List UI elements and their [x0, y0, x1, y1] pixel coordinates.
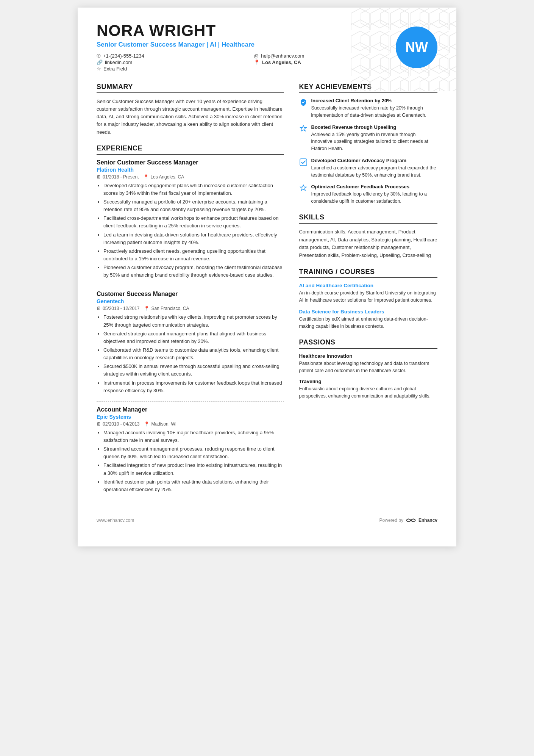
- skills-section: SKILLS Communication skills, Account man…: [299, 213, 438, 260]
- job-divider-2: [97, 401, 284, 402]
- check-icon: [299, 158, 308, 166]
- experience-title: EXPERIENCE: [97, 144, 284, 155]
- job-1-bullets: Developed strategic engagement plans whi…: [97, 182, 284, 279]
- achievements-title: KEY ACHIEVEMENTS: [299, 83, 438, 93]
- list-item: Led a team in devising data-driven solut…: [103, 231, 284, 246]
- list-item: Streamlined account management processes…: [103, 445, 284, 460]
- contact-phone: ✆ +1-(234)-555-1234: [97, 53, 239, 59]
- achievement-1-text: Successfully increased retention rate by…: [311, 105, 438, 119]
- training-title: TRAINING / COURSES: [299, 268, 438, 278]
- candidate-name: NORA WRIGHT: [97, 23, 396, 39]
- footer-logo: Powered by Enhancv: [379, 517, 437, 524]
- star-icon: ☆: [97, 66, 101, 72]
- job-2-title: Customer Success Manager: [97, 291, 284, 297]
- header: NORA WRIGHT Senior Customer Success Mana…: [97, 23, 437, 72]
- skills-text: Communication skills, Account management…: [299, 228, 438, 260]
- right-column: KEY ACHIEVEMENTS Increased Client Retent…: [299, 83, 438, 502]
- course-2-text: Certification by edX aimed at enhancing …: [299, 316, 438, 330]
- passions-title: PASSIONS: [299, 338, 438, 349]
- left-column: SUMMARY Senior Customer Success Manager …: [97, 83, 284, 502]
- passions-section: PASSIONS Healthcare Innovation Passionat…: [299, 338, 438, 400]
- footer-website: www.enhancv.com: [97, 518, 134, 523]
- achievement-2-content: Boosted Revenue through Upselling Achiev…: [311, 124, 438, 152]
- achievement-1: Increased Client Retention by 20% Succes…: [299, 98, 438, 119]
- achievement-1-content: Increased Client Retention by 20% Succes…: [311, 98, 438, 119]
- job-2-dates: 🗓 05/2013 - 12/2017: [97, 306, 139, 311]
- job-3-meta: 🗓 02/2010 - 04/2013 📍 Madison, WI: [97, 421, 284, 427]
- svg-rect-4: [300, 159, 307, 166]
- summary-section: SUMMARY Senior Customer Success Manager …: [97, 83, 284, 136]
- achievement-3-text: Launched a customer advocacy program tha…: [311, 164, 438, 179]
- header-left: NORA WRIGHT Senior Customer Success Mana…: [97, 23, 396, 72]
- job-2-meta: 🗓 05/2013 - 12/2017 📍 San Francisco, CA: [97, 306, 284, 311]
- passion-2-text: Enthusiastic about exploring diverse cul…: [299, 385, 438, 400]
- achievement-4-title: Optimized Customer Feedback Processes: [311, 184, 438, 189]
- list-item: Pioneered a customer advocacy program, b…: [103, 264, 284, 279]
- achievement-1-title: Increased Client Retention by 20%: [311, 98, 438, 103]
- phone-icon: ✆: [97, 53, 101, 59]
- footer: www.enhancv.com Powered by Enhancv: [97, 513, 437, 524]
- achievement-2-title: Boosted Revenue through Upselling: [311, 124, 438, 130]
- contact-email: @ help@enhancv.com: [254, 53, 396, 59]
- job-3-location: 📍 Madison, WI: [144, 421, 176, 427]
- passion-1-title: Healthcare Innovation: [299, 353, 438, 359]
- list-item: Identified customer pain points with rea…: [103, 478, 284, 493]
- location-icon-2: 📍: [144, 306, 150, 311]
- achievement-3-title: Developed Customer Advocacy Program: [311, 158, 438, 163]
- achievement-2-text: Achieved a 15% yearly growth in revenue …: [311, 131, 438, 152]
- job-1-meta: 🗓 01/2018 - Present 📍 Los Angeles, CA: [97, 174, 284, 180]
- location-icon-1: 📍: [143, 174, 149, 180]
- list-item: Proactively addressed client needs, gene…: [103, 247, 284, 263]
- job-3: Account Manager Epic Systems 🗓 02/2010 -…: [97, 406, 284, 493]
- job-1-dates: 🗓 01/2018 - Present: [97, 174, 139, 180]
- contact-extra: ☆ Extra Field: [97, 66, 239, 72]
- list-item: Instrumental in process improvements for…: [103, 379, 284, 394]
- job-2: Customer Success Manager Genentech 🗓 05/…: [97, 291, 284, 394]
- summary-text: Senior Customer Success Manager with ove…: [97, 98, 284, 136]
- course-1: AI and Healthcare Certification An in-de…: [299, 283, 438, 304]
- achievement-2: Boosted Revenue through Upselling Achiev…: [299, 124, 438, 152]
- list-item: Generated strategic account management p…: [103, 330, 284, 345]
- job-2-company: Genentech: [97, 298, 284, 304]
- email-icon: @: [254, 53, 259, 59]
- job-1-title: Senior Customer Success Manager: [97, 159, 284, 166]
- skills-title: SKILLS: [299, 213, 438, 224]
- location-icon: 📍: [254, 59, 260, 65]
- job-3-dates: 🗓 02/2010 - 04/2013: [97, 421, 139, 427]
- achievement-4-text: Improved feedback loop efficiency by 30%…: [311, 191, 438, 205]
- course-2-title: Data Science for Business Leaders: [299, 309, 438, 315]
- list-item: Developed strategic engagement plans whi…: [103, 182, 284, 197]
- list-item: Secured $500K in annual revenue through …: [103, 363, 284, 378]
- link-icon: 🔗: [97, 59, 103, 65]
- job-3-company: Epic Systems: [97, 414, 284, 420]
- training-section: TRAINING / COURSES AI and Healthcare Cer…: [299, 268, 438, 330]
- passion-2-title: Traveling: [299, 379, 438, 384]
- course-1-text: An in-depth course provided by Stanford …: [299, 290, 438, 304]
- contact-grid: ✆ +1-(234)-555-1234 @ help@enhancv.com 🔗…: [97, 53, 396, 72]
- star-outline-icon-2: [299, 184, 308, 193]
- achievement-4: Optimized Customer Feedback Processes Im…: [299, 184, 438, 205]
- passion-1: Healthcare Innovation Passionate about l…: [299, 353, 438, 374]
- job-divider-1: [97, 286, 284, 286]
- job-2-bullets: Fostered strong relationships with key c…: [97, 313, 284, 394]
- list-item: Collaborated with R&D teams to customize…: [103, 346, 284, 362]
- course-1-title: AI and Healthcare Certification: [299, 283, 438, 288]
- brand-name: Enhancv: [418, 518, 437, 523]
- list-item: Fostered strong relationships with key c…: [103, 313, 284, 329]
- resume-page: NORA WRIGHT Senior Customer Success Mana…: [78, 8, 456, 546]
- achievement-4-content: Optimized Customer Feedback Processes Im…: [311, 184, 438, 205]
- list-item: Successfully managed a portfolio of 20+ …: [103, 198, 284, 213]
- course-2: Data Science for Business Leaders Certif…: [299, 309, 438, 330]
- achievement-3: Developed Customer Advocacy Program Laun…: [299, 158, 438, 179]
- list-item: Facilitated integration of new product l…: [103, 462, 284, 477]
- job-3-title: Account Manager: [97, 406, 284, 413]
- job-1-company: Flatiron Health: [97, 167, 284, 173]
- powered-by-text: Powered by: [379, 518, 403, 523]
- job-1-location: 📍 Los Angeles, CA: [143, 174, 184, 180]
- calendar-icon-3: 🗓: [97, 421, 101, 427]
- star-outline-icon: [299, 125, 308, 133]
- calendar-icon-2: 🗓: [97, 306, 101, 311]
- achievement-3-content: Developed Customer Advocacy Program Laun…: [311, 158, 438, 179]
- job-2-location: 📍 San Francisco, CA: [144, 306, 189, 311]
- passion-1-text: Passionate about leveraging technology a…: [299, 360, 438, 374]
